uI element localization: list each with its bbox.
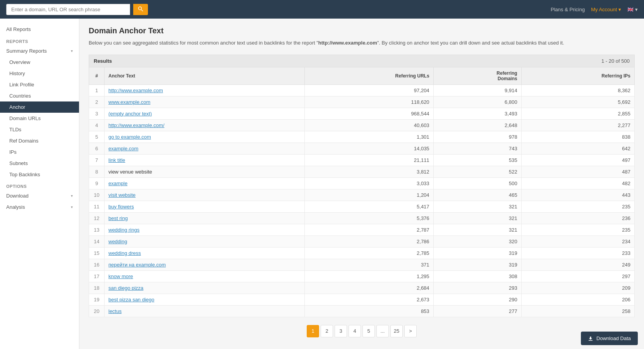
sidebar-item-top-backlinks[interactable]: Top Backlinks: [0, 169, 79, 180]
row-ref-domains: 321: [433, 201, 521, 212]
table-row: 17know more1,295308297: [89, 270, 635, 282]
row-anchor-text[interactable]: best pizza san diego: [105, 294, 305, 305]
row-ref-ips: 487: [521, 166, 634, 177]
page-button[interactable]: 3: [335, 325, 347, 337]
row-ref-ips: 642: [521, 143, 634, 154]
anchor-link[interactable]: best pizza san diego: [108, 297, 155, 303]
anchor-link[interactable]: перейти на example.com: [108, 262, 166, 268]
sidebar-item-anchor[interactable]: Anchor: [0, 101, 79, 113]
anchor-link[interactable]: buy flowers: [108, 204, 134, 210]
anchor-link[interactable]: go to example.com: [108, 134, 151, 140]
anchor-link[interactable]: (empty anchor text): [108, 111, 152, 117]
row-anchor-text[interactable]: lectus: [105, 305, 305, 317]
analysis-group[interactable]: Analysis ▾: [0, 201, 79, 213]
summary-reports-group[interactable]: Summary Reports ▾: [0, 45, 79, 57]
row-num: 2: [89, 96, 105, 108]
sidebar-item-tlds[interactable]: TLDs: [0, 124, 79, 135]
col-header-referring-urls: Referring URLs: [304, 67, 433, 84]
row-anchor-text[interactable]: buy flowers: [105, 201, 305, 212]
row-anchor-text[interactable]: перейти на example.com: [105, 259, 305, 270]
anchor-link[interactable]: http://www.example.com/: [108, 122, 165, 128]
anchor-link[interactable]: wedding dress: [108, 250, 141, 256]
anchor-link[interactable]: san diego pizza: [108, 285, 143, 291]
anchor-link[interactable]: visit website: [108, 192, 136, 198]
row-ref-urls: 118,620: [304, 96, 433, 108]
page-button[interactable]: 4: [349, 325, 361, 337]
row-anchor-text[interactable]: wedding: [105, 236, 305, 247]
row-anchor-text[interactable]: visit website: [105, 189, 305, 201]
sidebar-item-ref-domains[interactable]: Ref Domains: [0, 135, 79, 146]
row-anchor-text[interactable]: example.com: [105, 143, 305, 154]
my-account-link[interactable]: My Account ▾: [591, 7, 621, 12]
page-button[interactable]: 1: [307, 325, 319, 337]
anchor-link[interactable]: wedding rings: [108, 227, 139, 233]
sidebar-item-ips[interactable]: IPs: [0, 146, 79, 158]
table-row: 6example.com14,035743642: [89, 143, 635, 154]
row-ref-urls: 2,673: [304, 294, 433, 305]
sidebar-item-countries[interactable]: Countries: [0, 90, 79, 101]
anchor-link[interactable]: wedding: [108, 239, 127, 244]
table-row: 15wedding dress2,785319233: [89, 247, 635, 259]
page-button[interactable]: 25: [390, 325, 403, 337]
row-anchor-text[interactable]: link title: [105, 154, 305, 166]
row-ref-ips: 8,362: [521, 84, 634, 96]
row-anchor-text[interactable]: best ring: [105, 212, 305, 224]
flag-icon[interactable]: 🇬🇧 ▾: [627, 7, 638, 12]
search-input[interactable]: [6, 4, 130, 15]
anchor-link[interactable]: http://www.example.com: [108, 88, 163, 93]
page-button[interactable]: >: [404, 325, 417, 337]
download-group[interactable]: Download ▾: [0, 190, 79, 201]
table-row: 13wedding rings2,787321235: [89, 224, 635, 236]
table-row: 8view venue website3,812522487: [89, 166, 635, 177]
row-anchor-text[interactable]: wedding dress: [105, 247, 305, 259]
results-count: 1 - 20 of 500: [601, 58, 630, 64]
col-header-anchor-text: Anchor Text: [105, 67, 305, 84]
row-anchor-text[interactable]: go to example.com: [105, 131, 305, 143]
anchor-link[interactable]: example: [108, 181, 127, 186]
row-ref-domains: 500: [433, 177, 521, 189]
row-ref-urls: 2,786: [304, 236, 433, 247]
row-anchor-text[interactable]: http://www.example.com: [105, 84, 305, 96]
anchor-link[interactable]: lectus: [108, 308, 122, 314]
row-anchor-text[interactable]: wedding rings: [105, 224, 305, 236]
row-num: 10: [89, 189, 105, 201]
plans-pricing-link[interactable]: Plans & Pricing: [551, 7, 585, 12]
row-ref-ips: 2,855: [521, 108, 634, 119]
sidebar-item-subnets[interactable]: Subnets: [0, 158, 79, 169]
row-num: 5: [89, 131, 105, 143]
row-num: 8: [89, 166, 105, 177]
page-button[interactable]: ...: [376, 325, 389, 337]
page-button[interactable]: 5: [362, 325, 375, 337]
sidebar-item-link-profile[interactable]: Link Profile: [0, 79, 79, 90]
row-anchor-text: view venue website: [105, 166, 305, 177]
table-row: 12best ring5,376321236: [89, 212, 635, 224]
row-ref-urls: 1,204: [304, 189, 433, 201]
row-ref-ips: 233: [521, 247, 634, 259]
row-anchor-text[interactable]: www.example.com: [105, 96, 305, 108]
anchor-link[interactable]: example.com: [108, 146, 138, 151]
page-button[interactable]: 2: [321, 325, 333, 337]
anchor-link[interactable]: link title: [108, 157, 125, 163]
main-content: Domain Anchor Text Below you can see agg…: [79, 19, 644, 349]
row-num: 15: [89, 247, 105, 259]
row-ref-domains: 290: [433, 294, 521, 305]
anchor-link[interactable]: www.example.com: [108, 99, 150, 105]
search-button[interactable]: [133, 4, 148, 15]
row-anchor-text[interactable]: (empty anchor text): [105, 108, 305, 119]
row-anchor-text[interactable]: example: [105, 177, 305, 189]
sidebar-item-domain-urls[interactable]: Domain URLs: [0, 113, 79, 124]
row-ref-domains: 319: [433, 259, 521, 270]
all-reports-link[interactable]: All Reports: [0, 23, 79, 35]
anchor-link[interactable]: know more: [108, 273, 133, 279]
table-row: 11buy flowers5,417321235: [89, 201, 635, 212]
download-data-button[interactable]: Download Data: [581, 332, 638, 345]
row-ref-urls: 40,603: [304, 119, 433, 131]
anchor-link[interactable]: best ring: [108, 215, 128, 221]
row-ref-ips: 249: [521, 259, 634, 270]
sidebar-item-history[interactable]: History: [0, 68, 79, 79]
row-anchor-text[interactable]: san diego pizza: [105, 282, 305, 294]
row-anchor-text[interactable]: http://www.example.com/: [105, 119, 305, 131]
row-num: 12: [89, 212, 105, 224]
row-anchor-text[interactable]: know more: [105, 270, 305, 282]
sidebar-item-overview[interactable]: Overview: [0, 57, 79, 68]
